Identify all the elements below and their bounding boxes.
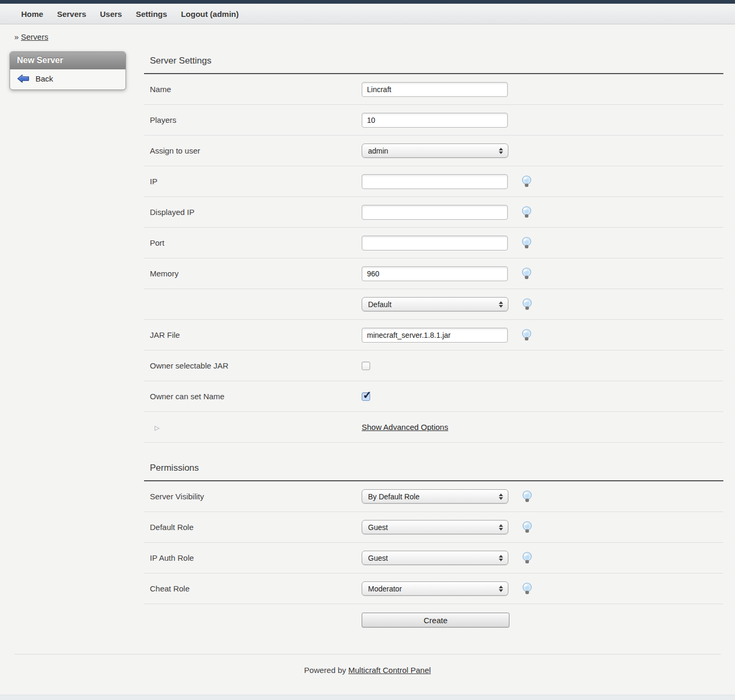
form-row-cheat-role: Cheat Role Moderator xyxy=(144,573,723,604)
nav-item-users[interactable]: Users xyxy=(93,10,129,19)
top-accent-bar xyxy=(0,0,735,4)
memory-preset-selected-value: Default xyxy=(368,300,391,309)
help-lightbulb-icon[interactable] xyxy=(522,298,533,311)
footer-multicraft-link[interactable]: Multicraft Control Panel xyxy=(348,666,431,675)
assign-to-user-selected-value: admin xyxy=(368,147,388,155)
field-label-server-visibility: Server Visibility xyxy=(144,492,362,501)
form-row-server-visibility: Server Visibility By Default Role xyxy=(144,481,723,512)
field-label-jar-file: JAR File xyxy=(144,330,362,339)
form-row-memory-preset: Default xyxy=(144,289,723,320)
breadcrumb-arrows-icon: » xyxy=(14,32,19,41)
field-label-owner-can-set-name: Owner can set Name xyxy=(144,392,362,401)
field-label-players: Players xyxy=(144,115,362,124)
form-row-ip-auth-role: IP Auth Role Guest xyxy=(144,543,723,573)
footer: Powered by Multicraft Control Panel xyxy=(0,666,735,675)
form-row-displayed-ip: Displayed IP xyxy=(144,197,723,228)
field-label-displayed-ip: Displayed IP xyxy=(144,208,362,217)
main-content: Server Settings Name Players Assign to u… xyxy=(144,56,723,643)
form-row-owner-can-set-name: Owner can set Name xyxy=(144,381,723,412)
breadcrumb-link-servers[interactable]: Servers xyxy=(21,32,49,41)
select-stepper-icon xyxy=(499,301,503,308)
footer-divider xyxy=(14,654,721,654)
back-arrow-icon xyxy=(17,74,30,83)
owner-can-set-name-checkbox[interactable] xyxy=(362,392,370,401)
footer-powered-by-text: Powered by xyxy=(304,666,346,675)
select-stepper-icon xyxy=(499,524,503,531)
form-row-assign-to-user: Assign to user admin xyxy=(144,136,723,166)
form-row-default-role: Default Role Guest xyxy=(144,512,723,543)
nav-item-settings[interactable]: Settings xyxy=(129,10,174,19)
breadcrumb: » Servers xyxy=(14,32,735,41)
field-label-owner-selectable-jar: Owner selectable JAR xyxy=(144,361,362,370)
cheat-role-selected-value: Moderator xyxy=(368,585,402,593)
sidebar-item-back[interactable]: Back xyxy=(10,69,126,89)
help-lightbulb-icon[interactable] xyxy=(522,490,533,503)
form-row-port: Port xyxy=(144,228,723,258)
field-label-assign-to-user: Assign to user xyxy=(144,146,362,155)
field-label-ip: IP xyxy=(144,177,362,186)
advanced-toggle-triangle-icon: ▷ xyxy=(150,424,159,432)
memory-preset-select[interactable]: Default xyxy=(362,297,508,311)
memory-field[interactable] xyxy=(362,266,508,281)
help-lightbulb-icon[interactable] xyxy=(522,582,533,595)
help-lightbulb-icon[interactable] xyxy=(521,329,532,342)
help-lightbulb-icon[interactable] xyxy=(521,237,532,249)
owner-selectable-jar-checkbox[interactable] xyxy=(362,362,370,370)
field-label-port: Port xyxy=(144,238,362,247)
cheat-role-select[interactable]: Moderator xyxy=(362,581,508,596)
form-row-advanced-options: ▷ Show Advanced Options xyxy=(144,412,723,443)
nav-item-servers[interactable]: Servers xyxy=(50,10,93,19)
sidebar-panel: New Server Back xyxy=(10,51,126,90)
server-visibility-selected-value: By Default Role xyxy=(368,492,419,501)
section-title-server-settings: Server Settings xyxy=(144,56,723,73)
default-role-select[interactable]: Guest xyxy=(362,520,508,534)
help-lightbulb-icon[interactable] xyxy=(521,206,532,219)
nav-item-home[interactable]: Home xyxy=(14,10,50,19)
select-stepper-icon xyxy=(499,148,503,154)
nav-item-logout[interactable]: Logout (admin) xyxy=(174,10,246,19)
create-button[interactable]: Create xyxy=(362,613,509,627)
help-lightbulb-icon[interactable] xyxy=(522,552,533,564)
field-label-memory: Memory xyxy=(144,269,362,278)
show-advanced-options-link[interactable]: Show Advanced Options xyxy=(362,423,448,432)
field-label-default-role: Default Role xyxy=(144,523,362,532)
displayed-ip-field[interactable] xyxy=(362,205,508,220)
help-lightbulb-icon[interactable] xyxy=(521,175,532,188)
form-row-name: Name xyxy=(144,74,723,105)
name-field[interactable] xyxy=(362,82,508,97)
jar-file-field[interactable] xyxy=(362,328,508,343)
sidebar-title: New Server xyxy=(10,52,126,69)
ip-auth-role-select[interactable]: Guest xyxy=(362,551,508,565)
field-label-name: Name xyxy=(144,85,362,94)
select-stepper-icon xyxy=(499,586,503,592)
form-row-players: Players xyxy=(144,105,723,136)
bottom-accent-bar xyxy=(0,695,735,700)
assign-to-user-select[interactable]: admin xyxy=(362,143,508,158)
ip-field[interactable] xyxy=(362,174,508,189)
section-title-permissions: Permissions xyxy=(144,463,723,480)
back-label: Back xyxy=(35,74,53,83)
form-row-owner-selectable-jar: Owner selectable JAR xyxy=(144,351,723,381)
main-nav: Home Servers Users Settings Logout (admi… xyxy=(0,4,735,24)
select-stepper-icon xyxy=(499,493,503,500)
field-label-ip-auth-role: IP Auth Role xyxy=(144,553,362,562)
ip-auth-role-selected-value: Guest xyxy=(368,554,388,562)
field-label-cheat-role: Cheat Role xyxy=(144,584,362,593)
select-stepper-icon xyxy=(499,555,503,561)
form-row-ip: IP xyxy=(144,166,723,197)
server-visibility-select[interactable]: By Default Role xyxy=(362,489,508,504)
players-field[interactable] xyxy=(362,113,508,128)
form-row-memory: Memory xyxy=(144,258,723,289)
port-field[interactable] xyxy=(362,236,508,250)
form-row-jar-file: JAR File xyxy=(144,320,723,351)
default-role-selected-value: Guest xyxy=(368,523,388,532)
help-lightbulb-icon[interactable] xyxy=(522,521,533,534)
multicraft-new-server-page: Home Servers Users Settings Logout (admi… xyxy=(0,0,735,700)
help-lightbulb-icon[interactable] xyxy=(521,267,532,280)
create-row: Create xyxy=(144,604,723,643)
